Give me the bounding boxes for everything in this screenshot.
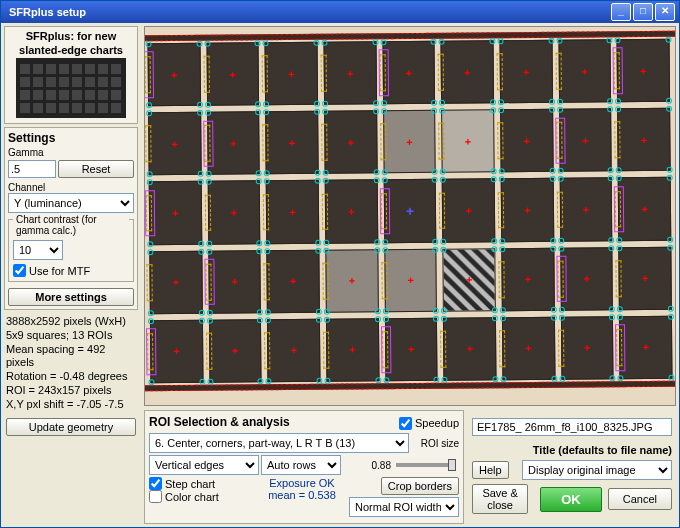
corner-circle-icon [196,41,202,47]
corner-circle-icon [431,108,437,114]
yellow-roi-icon [321,55,327,92]
auto-rows-select[interactable]: Auto rows [261,455,341,475]
center-cross-icon: + [291,344,298,356]
step-chart-checkbox[interactable] [149,477,162,490]
corner-circle-icon [617,245,623,251]
corner-circle-icon [314,40,320,46]
chart-square: + [207,111,260,175]
corner-circle-icon [667,175,673,181]
corner-circle-icon [257,309,263,315]
center-cross-icon: + [172,207,179,219]
chart-view[interactable]: ++++++++++++++++++++++++++++++++++++++++… [144,26,676,406]
cancel-button[interactable]: Cancel [608,488,672,510]
corner-circle-icon [205,171,211,177]
speedup-label: Speedup [415,417,459,429]
corner-circle-icon [264,179,270,185]
roi-width-select[interactable]: Normal ROI width [349,497,459,517]
window-title: SFRplus setup [5,6,609,18]
reset-button[interactable]: Reset [58,160,134,178]
corner-circle-icon [322,40,328,46]
yellow-roi-icon [203,56,209,93]
magenta-roi-icon [615,324,625,371]
chart-square: + [559,178,612,242]
more-settings-button[interactable]: More settings [8,288,134,306]
use-for-mtf-checkbox[interactable] [13,264,26,277]
chart-square: + [501,178,554,242]
roi-size-slider[interactable] [396,463,456,467]
yellow-roi-icon [499,330,505,367]
corner-circle-icon [558,306,564,312]
edges-select[interactable]: Vertical edges [149,455,259,475]
corner-circle-icon [431,39,437,45]
magenta-roi-icon [613,47,623,94]
save-close-button[interactable]: Save & close [472,484,528,514]
speedup-checkbox[interactable] [399,417,412,430]
channel-select[interactable]: Y (luminance) [8,193,134,213]
corner-circle-icon [197,171,203,177]
maximize-button[interactable]: □ [633,3,653,21]
yellow-roi-icon [323,332,329,369]
center-cross-icon: + [465,135,472,147]
crop-borders-button[interactable]: Crop borders [381,477,459,495]
corner-circle-icon [324,378,330,384]
main-area: SFRplus: for new slanted-edge charts Set… [1,23,679,527]
center-cross-icon: + [288,68,295,80]
roi-size-label: ROI size [411,438,459,449]
yellow-roi-icon [145,126,151,163]
magenta-roi-icon [556,256,566,303]
corner-circle-icon [148,379,154,385]
ok-button[interactable]: OK [540,487,602,512]
chart-square: + [209,319,262,383]
chart-square: + [385,318,438,382]
center-cross-icon: + [232,345,239,357]
gamma-input[interactable] [8,160,56,178]
corner-circle-icon [557,99,563,105]
chart-square: + [618,177,671,241]
corner-circle-icon [263,109,269,115]
chart-square: + [149,250,202,314]
corner-circle-icon [257,240,263,246]
corner-circle-icon [607,98,613,104]
corner-circle-icon [492,307,498,313]
center-cross-icon: + [523,66,530,78]
corner-circle-icon [146,41,152,47]
corner-circle-icon [498,99,504,105]
center-cross-icon: + [406,67,413,79]
center-cross-icon: + [643,341,650,353]
chart-square: + [500,40,553,104]
corner-circle-icon [499,246,505,252]
color-chart-checkbox[interactable] [149,490,162,503]
corner-circle-icon [559,376,565,382]
help-button[interactable]: Help [472,461,509,479]
magenta-roi-icon [555,117,565,164]
corner-circle-icon [557,176,563,182]
corner-circle-icon [381,170,387,176]
stat-spacing: Mean spacing = 492 pixels [6,343,136,371]
corner-circle-icon [324,309,330,315]
center-cross-icon: + [347,136,354,148]
corner-circle-icon [264,171,270,177]
corner-circle-icon [666,98,672,104]
corner-circle-icon [375,377,381,383]
corner-circle-icon [432,177,438,183]
yellow-roi-icon [616,260,622,297]
corner-circle-icon [549,107,555,113]
corner-circle-icon [549,99,555,105]
center-cross-icon: + [349,344,356,356]
corner-circle-icon [147,241,153,247]
minimize-button[interactable]: _ [611,3,631,21]
update-geometry-button[interactable]: Update geometry [6,418,136,436]
close-button[interactable]: ✕ [655,3,675,21]
stats-block: 3888x2592 pixels (WxH) 5x9 squares; 13 R… [4,313,138,413]
roi-selection-select[interactable]: 6. Center, corners, part-way, L R T B (1… [149,433,409,453]
corner-circle-icon [315,239,321,245]
yellow-roi-icon [558,330,564,367]
corner-circle-icon [373,108,379,114]
yellow-roi-icon [264,332,270,369]
display-select[interactable]: Display original image [522,460,672,480]
corner-circle-icon [256,171,262,177]
corner-circle-icon [558,237,564,243]
contrast-select[interactable]: 10 [13,240,63,260]
yellow-roi-icon [556,191,562,228]
corner-circle-icon [315,247,321,253]
